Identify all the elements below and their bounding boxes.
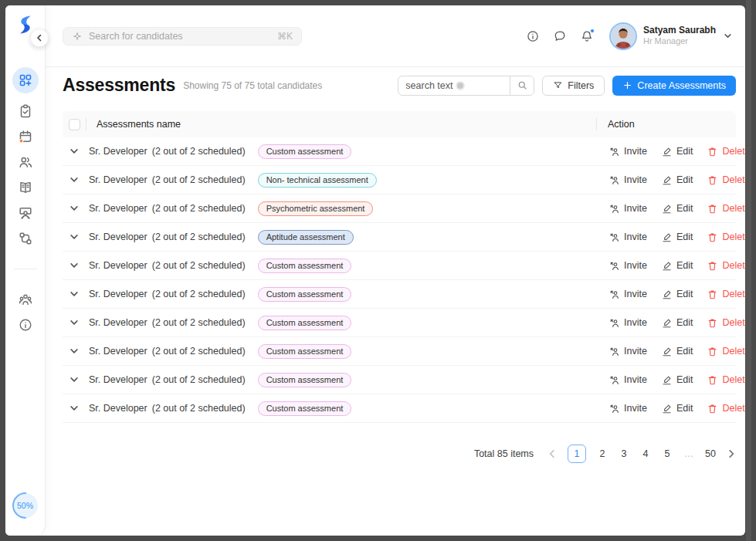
delete-button[interactable]: Delete (707, 146, 745, 157)
table-row: Sr. Developer (2 out of 2 scheduled) Cus… (63, 252, 736, 280)
delete-button[interactable]: Delete (707, 232, 745, 243)
chevron-down-icon (69, 147, 79, 156)
edit-button[interactable]: Edit (661, 260, 693, 272)
delete-button[interactable]: Delete (707, 374, 745, 386)
row-expand-button[interactable] (63, 347, 86, 356)
row-expand-button[interactable] (63, 232, 86, 242)
table-row: Sr. Developer (2 out of 2 scheduled) Cus… (63, 280, 736, 309)
sidebar-item-workflows[interactable] (18, 231, 33, 246)
pagination-next-button[interactable] (727, 449, 736, 458)
edit-label: Edit (676, 174, 693, 185)
pagination-page-50[interactable]: 50 (705, 448, 716, 459)
messages-button[interactable] (553, 29, 567, 43)
delete-button[interactable]: Delete (707, 346, 745, 357)
delete-label: Delete (722, 232, 745, 242)
edit-button[interactable]: Edit (661, 232, 693, 243)
row-actions: Invite Edit Delete (597, 374, 736, 386)
edit-button[interactable]: Edit (661, 203, 693, 215)
invite-user-icon (609, 289, 620, 300)
sidebar-item-schedule[interactable] (18, 129, 33, 144)
sidebar-item-help[interactable] (18, 317, 33, 333)
info-button[interactable] (526, 29, 540, 43)
row-expand-button[interactable] (63, 375, 86, 384)
row-actions: Invite Edit Delete (597, 403, 736, 414)
edit-button[interactable]: Edit (661, 289, 693, 300)
trash-icon (707, 374, 718, 386)
invite-button[interactable]: Invite (609, 403, 647, 414)
sidebar-item-interviews[interactable] (18, 205, 33, 221)
select-all-checkbox[interactable] (69, 119, 80, 130)
row-expand-button[interactable] (63, 289, 86, 299)
edit-button[interactable]: Edit (661, 146, 693, 157)
row-expand-button[interactable] (63, 175, 86, 184)
invite-button[interactable]: Invite (609, 203, 647, 215)
row-expand-button[interactable] (63, 318, 86, 327)
sidebar-nav (12, 67, 39, 333)
row-expand-button[interactable] (63, 147, 86, 156)
create-assessments-button[interactable]: Create Assessments (612, 76, 736, 96)
filters-label: Filters (568, 80, 594, 91)
user-name: Satyam Saurabh (643, 25, 716, 36)
invite-button[interactable]: Invite (609, 174, 647, 186)
pagination-prev-button[interactable] (548, 449, 557, 458)
invite-button[interactable]: Invite (609, 289, 647, 300)
avatar (609, 22, 637, 50)
delete-button[interactable]: Delete (707, 317, 745, 329)
sidebar-item-teams[interactable] (18, 292, 33, 307)
assessments-search-input[interactable]: search text (398, 76, 510, 95)
invite-button[interactable]: Invite (609, 260, 647, 272)
chevron-down-icon (69, 261, 79, 270)
pagination-page-2[interactable]: 2 (597, 448, 608, 459)
edit-button[interactable]: Edit (661, 317, 693, 329)
pagination-page-3[interactable]: 3 (619, 448, 629, 459)
sidebar-item-candidates[interactable] (18, 154, 33, 170)
row-expand-button[interactable] (63, 404, 86, 413)
edit-label: Edit (676, 317, 693, 328)
notifications-button[interactable] (580, 29, 594, 43)
assessment-name: Sr. Developer (89, 203, 147, 214)
filters-button[interactable]: Filters (542, 76, 605, 96)
sidebar-item-tasks[interactable] (18, 103, 33, 119)
assessment-name: Sr. Developer (89, 403, 147, 414)
delete-button[interactable]: Delete (707, 260, 745, 272)
edit-label: Edit (676, 374, 693, 385)
info-circle-icon (18, 317, 33, 333)
invite-button[interactable]: Invite (609, 232, 647, 243)
invite-button[interactable]: Invite (609, 346, 647, 357)
invite-button[interactable]: Invite (609, 317, 647, 329)
window-scrollbar[interactable] (746, 0, 751, 541)
edit-button[interactable]: Edit (661, 374, 693, 386)
profile-completion-progress[interactable]: 50% (11, 491, 40, 520)
page-header: Assessments Showing 75 of 75 total candi… (63, 75, 736, 96)
pagination-page-4[interactable]: 4 (640, 448, 651, 459)
row-expand-button[interactable] (63, 261, 86, 270)
row-expand-button[interactable] (63, 204, 86, 213)
search-button[interactable] (510, 76, 534, 95)
invite-button[interactable]: Invite (609, 374, 647, 386)
invite-label: Invite (624, 260, 647, 271)
edit-button[interactable]: Edit (661, 403, 693, 414)
edit-button[interactable]: Edit (661, 174, 693, 186)
edit-button[interactable]: Edit (661, 346, 693, 357)
progress-percent: 50% (11, 491, 40, 520)
assessment-name-cell: Sr. Developer (2 out of 2 scheduled) Cus… (86, 344, 597, 359)
delete-button[interactable]: Delete (707, 289, 745, 300)
delete-button[interactable]: Delete (707, 403, 745, 414)
profile-menu[interactable]: Satyam Saurabh Hr Manager (609, 22, 732, 50)
sidebar-collapse-button[interactable] (30, 29, 49, 47)
chevron-down-icon (69, 404, 79, 413)
sidebar-item-assessments-active[interactable] (12, 67, 39, 93)
invite-user-icon (609, 403, 620, 414)
delete-button[interactable]: Delete (707, 203, 745, 215)
pagination-page-5[interactable]: 5 (662, 448, 673, 459)
delete-button[interactable]: Delete (707, 174, 745, 186)
pagination-page-1[interactable]: 1 (568, 445, 586, 463)
table-row: Sr. Developer (2 out of 2 scheduled) Cus… (63, 394, 736, 423)
global-search-input[interactable]: Search for candidates ⌘K (63, 27, 302, 46)
assessment-schedule-detail: (2 out of 2 scheduled) (152, 346, 246, 357)
sidebar-item-library[interactable] (18, 180, 33, 195)
window-frame: 50% Search for candidates ⌘K (0, 0, 756, 541)
invite-user-icon (609, 146, 620, 157)
invite-button[interactable]: Invite (609, 146, 647, 157)
clear-circle-icon[interactable] (457, 83, 463, 89)
